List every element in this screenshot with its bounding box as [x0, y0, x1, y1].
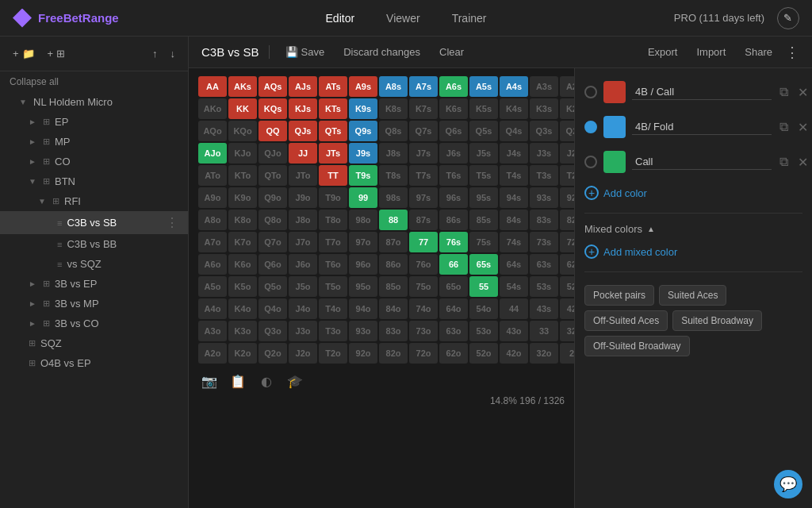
grid-cell-k7s[interactable]: K7s — [409, 98, 438, 119]
grid-cell-j3o[interactable]: J3o — [289, 321, 317, 341]
grid-cell-j8s[interactable]: J8s — [379, 143, 408, 164]
grid-cell-aks[interactable]: AKs — [228, 76, 257, 97]
quick-offsuited-aces[interactable]: Off-Suited Aces — [584, 310, 668, 331]
grid-cell-kqo[interactable]: KQo — [228, 121, 257, 141]
grid-cell-43s[interactable]: 43s — [530, 298, 558, 319]
grid-cell-t2o[interactable]: T2o — [319, 343, 347, 364]
grid-cell-q9o[interactable]: Q9o — [259, 187, 287, 208]
grid-cell-a7o[interactable]: A7o — [198, 232, 227, 252]
export-button[interactable]: Export — [642, 43, 684, 61]
grid-cell-t2s[interactable]: T2s — [560, 165, 574, 186]
color-swatch-1[interactable] — [603, 81, 626, 103]
share-button[interactable]: Share — [738, 43, 779, 61]
grid-cell-q3s[interactable]: Q3s — [530, 121, 558, 141]
grid-cell-q4s[interactable]: Q4s — [500, 121, 528, 141]
sidebar-item-sqz[interactable]: ⊞ SQZ — [0, 333, 188, 353]
grid-cell-kjo[interactable]: KJo — [228, 143, 257, 164]
grid-cell-64o[interactable]: 64o — [439, 298, 468, 319]
grid-cell-a5s[interactable]: A5s — [469, 76, 498, 97]
grid-cell-k2o[interactable]: K2o — [228, 343, 257, 364]
add-color-button[interactable]: + Add color — [584, 183, 802, 203]
copy-color-3-button[interactable]: ⧉ — [778, 153, 790, 171]
grid-cell-84s[interactable]: 84s — [500, 210, 528, 230]
grid-cell-aa[interactable]: AA — [198, 76, 227, 97]
color-radio-1[interactable] — [584, 86, 597, 98]
grid-cell-62s[interactable]: 62s — [560, 254, 574, 275]
grid-cell-32o[interactable]: 32o — [530, 343, 558, 364]
grid-cell-74s[interactable]: 74s — [500, 232, 528, 252]
grid-cell-55[interactable]: 55 — [469, 276, 498, 297]
sidebar-item-3b-mp[interactable]: ► ⊞ 3B vs MP — [0, 294, 188, 314]
grid-cell-93s[interactable]: 93s — [530, 187, 558, 208]
grid-cell-97s[interactable]: 97s — [409, 187, 438, 208]
grid-cell-64s[interactable]: 64s — [500, 254, 528, 275]
grid-cell-97o[interactable]: 97o — [349, 232, 377, 252]
grid-cell-aqs[interactable]: AQs — [259, 76, 287, 97]
grid-cell-q6o[interactable]: Q6o — [259, 254, 287, 275]
grid-cell-87o[interactable]: 87o — [379, 232, 408, 252]
grid-cell-83s[interactable]: 83s — [530, 210, 558, 230]
grid-cell-j5s[interactable]: J5s — [469, 143, 498, 164]
grid-cell-t9s[interactable]: T9s — [349, 165, 377, 186]
camera-button[interactable]: 📷 — [198, 370, 220, 392]
grid-cell-k2s[interactable]: K2s — [560, 98, 574, 119]
grid-cell-jto[interactable]: JTo — [289, 165, 317, 186]
grid-cell-qq[interactable]: QQ — [259, 121, 287, 141]
delete-color-3-button[interactable]: ✕ — [796, 153, 810, 171]
delete-color-1-button[interactable]: ✕ — [796, 83, 810, 102]
clear-button[interactable]: Clear — [433, 43, 470, 61]
collapse-all[interactable]: Collapse all — [0, 71, 188, 92]
grid-cell-j2s[interactable]: J2s — [560, 143, 574, 164]
color-swatch-2[interactable] — [603, 116, 626, 138]
grid-cell-85o[interactable]: 85o — [379, 276, 408, 297]
grid-cell-t7o[interactable]: T7o — [319, 232, 347, 252]
grid-cell-j4s[interactable]: J4s — [500, 143, 528, 164]
grid-cell-44[interactable]: 44 — [500, 298, 528, 319]
graduate-button[interactable]: 🎓 — [284, 370, 306, 392]
grid-cell-82o[interactable]: 82o — [379, 343, 408, 364]
grid-cell-j5o[interactable]: J5o — [289, 276, 317, 297]
grid-cell-kto[interactable]: KTo — [228, 165, 257, 186]
grid-cell-52s[interactable]: 52s — [560, 276, 574, 297]
grid-cell-q5o[interactable]: Q5o — [259, 276, 287, 297]
grid-cell-92s[interactable]: 92s — [560, 187, 574, 208]
grid-cell-54s[interactable]: 54s — [500, 276, 528, 297]
grid-cell-ato[interactable]: ATo — [198, 165, 227, 186]
grid-cell-aqo[interactable]: AQo — [198, 121, 227, 141]
grid-cell-82s[interactable]: 82s — [560, 210, 574, 230]
grid-cell-a9s[interactable]: A9s — [349, 76, 377, 97]
grid-cell-95o[interactable]: 95o — [349, 276, 377, 297]
grid-cell-j7o[interactable]: J7o — [289, 232, 317, 252]
color-label-2[interactable] — [632, 119, 772, 135]
grid-cell-j6s[interactable]: J6s — [439, 143, 468, 164]
grid-cell-t7s[interactable]: T7s — [409, 165, 438, 186]
grid-cell-j3s[interactable]: J3s — [530, 143, 558, 164]
sidebar-item-co[interactable]: ► ⊞ CO — [0, 152, 188, 171]
nav-trainer[interactable]: Trainer — [446, 9, 493, 28]
grid-cell-k4s[interactable]: K4s — [500, 98, 528, 119]
grid-cell-qts[interactable]: QTs — [319, 121, 347, 141]
grid-cell-q6s[interactable]: Q6s — [439, 121, 468, 141]
sidebar-item-o4b-ep[interactable]: ⊞ O4B vs EP — [0, 353, 188, 373]
grid-cell-86s[interactable]: 86s — [439, 210, 468, 230]
grid-cell-ajs[interactable]: AJs — [289, 76, 317, 97]
grid-cell-t6s[interactable]: T6s — [439, 165, 468, 186]
grid-cell-53o[interactable]: 53o — [469, 321, 498, 341]
color-swatch-3[interactable] — [603, 151, 626, 173]
grid-cell-t4o[interactable]: T4o — [319, 298, 347, 319]
grid-cell-95s[interactable]: 95s — [469, 187, 498, 208]
mixed-colors-header[interactable]: Mixed colors ▲ — [584, 223, 802, 235]
color-label-1[interactable] — [632, 84, 772, 100]
grid-cell-99[interactable]: 99 — [349, 187, 377, 208]
grid-cell-ajo[interactable]: AJo — [198, 143, 227, 164]
grid-cell-q5s[interactable]: Q5s — [469, 121, 498, 141]
grid-cell-84o[interactable]: 84o — [379, 298, 408, 319]
grid-cell-q7s[interactable]: Q7s — [409, 121, 438, 141]
grid-cell-75s[interactable]: 75s — [469, 232, 498, 252]
grid-cell-93o[interactable]: 93o — [349, 321, 377, 341]
grid-cell-jts[interactable]: JTs — [319, 143, 347, 164]
grid-cell-62o[interactable]: 62o — [439, 343, 468, 364]
grid-cell-k5s[interactable]: K5s — [469, 98, 498, 119]
grid-cell-63s[interactable]: 63s — [530, 254, 558, 275]
grid-cell-kqs[interactable]: KQs — [259, 98, 287, 119]
